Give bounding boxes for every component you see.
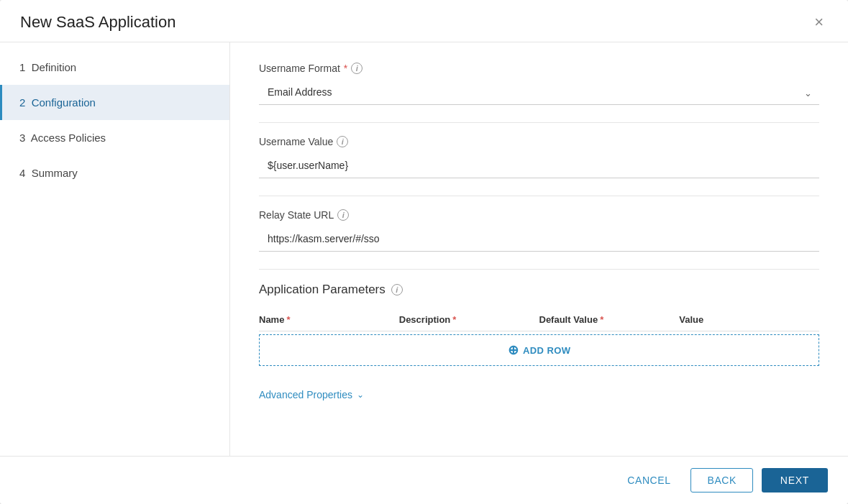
advanced-properties-section: Advanced Properties ⌄	[259, 383, 819, 400]
username-format-select[interactable]: Email Address Username Custom	[259, 80, 819, 105]
col-description: Description *	[399, 314, 539, 325]
desc-required: *	[452, 314, 456, 325]
username-format-select-wrapper: Email Address Username Custom ⌄	[259, 80, 819, 105]
sidebar-item-label: 1 Definition	[19, 61, 76, 73]
sidebar-item-configuration[interactable]: 2 Configuration	[0, 85, 229, 120]
username-format-info-icon: i	[351, 63, 363, 74]
modal-title: New SaaS Application	[20, 13, 175, 32]
app-parameters-section: Application Parameters i Name * Descript…	[259, 283, 819, 366]
username-value-label: Username Value i	[259, 136, 819, 147]
main-content: Username Format * i Email Address Userna…	[230, 42, 848, 456]
relay-state-url-label: Relay State URL i	[259, 209, 819, 221]
close-button[interactable]: ×	[810, 13, 828, 32]
relay-state-url-input[interactable]	[259, 226, 819, 252]
table-header: Name * Description * Default Value * Val…	[259, 308, 819, 331]
add-row-button[interactable]: ⊕ ADD ROW	[259, 334, 819, 366]
divider3	[259, 269, 819, 270]
app-parameters-title: Application Parameters i	[259, 283, 819, 297]
sidebar: 1 Definition 2 Configuration 3 Access Po…	[0, 42, 230, 456]
username-value-info-icon: i	[337, 136, 348, 147]
username-value-input[interactable]	[259, 153, 819, 178]
col-value: Value	[679, 314, 819, 325]
col-default-value: Default Value *	[539, 314, 680, 325]
divider	[259, 122, 819, 123]
plus-circle-icon: ⊕	[508, 344, 519, 357]
username-value-section: Username Value i	[259, 136, 819, 178]
sidebar-item-summary[interactable]: 4 Summary	[0, 155, 229, 191]
modal-footer: CANCEL BACK NEXT	[0, 456, 848, 504]
modal: New SaaS Application × 1 Definition 2 Co…	[0, 0, 848, 504]
name-required: *	[286, 314, 290, 325]
next-button[interactable]: NEXT	[762, 468, 828, 492]
advanced-properties-label: Advanced Properties	[259, 389, 352, 400]
sidebar-item-definition[interactable]: 1 Definition	[0, 50, 229, 85]
username-format-section: Username Format * i Email Address Userna…	[259, 63, 819, 105]
chevron-down-icon: ⌄	[357, 390, 364, 400]
advanced-properties-link[interactable]: Advanced Properties ⌄	[259, 389, 364, 400]
default-required: *	[600, 314, 603, 325]
sidebar-item-label: 2 Configuration	[19, 96, 96, 109]
sidebar-item-label: 3 Access Policies	[19, 132, 106, 144]
sidebar-item-access-policies[interactable]: 3 Access Policies	[0, 120, 229, 155]
sidebar-item-label: 4 Summary	[19, 167, 78, 179]
back-button[interactable]: BACK	[690, 468, 752, 492]
cancel-button[interactable]: CANCEL	[616, 469, 682, 492]
username-format-label: Username Format * i	[259, 63, 819, 74]
relay-state-url-section: Relay State URL i	[259, 209, 819, 252]
relay-state-info-icon: i	[337, 209, 349, 221]
required-indicator: *	[344, 63, 347, 74]
app-parameters-info-icon: i	[391, 284, 403, 295]
modal-body: 1 Definition 2 Configuration 3 Access Po…	[0, 42, 848, 456]
modal-header: New SaaS Application ×	[0, 0, 848, 42]
divider2	[259, 196, 819, 196]
add-row-label: ADD ROW	[523, 345, 570, 356]
col-name: Name *	[259, 314, 399, 325]
